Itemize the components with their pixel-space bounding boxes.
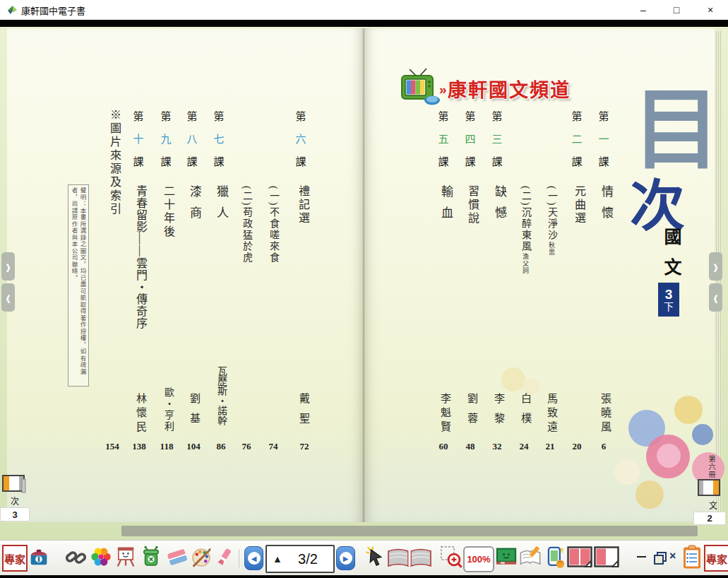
corner-right-page[interactable]: 2 — [693, 512, 726, 525]
lesson-10-header[interactable]: 第十課 — [132, 108, 145, 168]
page-corner-icon-left[interactable] — [2, 475, 26, 493]
banner-label: 康軒國文頻道 — [448, 75, 571, 102]
lesson-5-title[interactable]: 輸血 — [437, 185, 455, 228]
lesson-9-header[interactable]: 第九課 — [160, 108, 172, 168]
flip-prev-left-button[interactable]: ‹ — [1, 283, 15, 312]
lesson-5-page[interactable]: 60 — [439, 441, 448, 452]
lesson-2-sub-2[interactable]: (二)沉醉東風漁父詞 — [518, 186, 532, 274]
lesson-8-title[interactable]: 漆商 — [186, 185, 203, 228]
chalkboard-icon[interactable] — [494, 545, 518, 569]
zoom-icon[interactable] — [439, 545, 463, 569]
expert-mode-button-left[interactable]: 專家 — [2, 545, 28, 572]
maximize-button[interactable]: □ — [667, 1, 686, 18]
toolbar-close-button[interactable]: × — [669, 550, 682, 563]
toolbar-divider — [239, 549, 239, 567]
flip-next-left-button[interactable]: › — [1, 252, 15, 281]
lesson-4-author: 劉蓉 — [465, 393, 479, 432]
lesson-4-title[interactable]: 習慣說 — [464, 185, 481, 225]
lesson-9-title[interactable]: 二十年後 — [160, 185, 177, 239]
lesson-7-page[interactable]: 86 — [217, 441, 226, 452]
lesson-10-author: 林懷民 — [133, 393, 148, 435]
clipboard-icon[interactable] — [682, 545, 702, 570]
page-indicator[interactable]: ▲ 3/2 — [265, 545, 335, 573]
lesson-5-header[interactable]: 第五課 — [437, 108, 450, 168]
corner-left-page[interactable]: 3 — [0, 507, 30, 521]
easel-icon[interactable] — [114, 545, 138, 569]
lesson-1-author: 張曉風 — [598, 393, 613, 435]
lesson-9-page[interactable]: 118 — [160, 441, 174, 452]
zoom-level-box[interactable]: 100% — [463, 546, 494, 572]
lesson-6-sub-2[interactable]: (二)苟政猛於虎 — [239, 186, 253, 263]
page-indicator-value[interactable]: 3/2 — [282, 551, 333, 567]
dual-page-red-icon[interactable] — [567, 546, 592, 569]
lesson-2-sub-1[interactable]: (一)天淨沙秋思 — [544, 186, 559, 256]
flower-icon[interactable] — [89, 545, 113, 569]
bottom-toolbar: 專家 — [0, 540, 728, 576]
lesson-3-title[interactable]: 缺憾 — [491, 185, 508, 228]
flip-prev-right-button[interactable]: ‹ — [709, 283, 722, 312]
lesson-2-page[interactable]: 20 — [573, 441, 582, 452]
volume-badge: 3 下 — [658, 283, 679, 317]
window-titlebar: 康軒國中電子書 – □ × — [0, 0, 728, 20]
toolbox-icon[interactable] — [27, 545, 51, 569]
lesson-4-header[interactable]: 第四課 — [464, 108, 477, 168]
mobile-device-icon[interactable] — [543, 545, 567, 569]
lesson-1-header[interactable]: 第一課 — [597, 108, 610, 168]
lesson-3-author: 李黎 — [491, 393, 506, 432]
eraser-icon[interactable] — [165, 545, 189, 569]
page-corner-icon-right[interactable] — [696, 479, 720, 497]
lesson-3-page[interactable]: 32 — [493, 441, 502, 452]
lesson-7-header[interactable]: 第七課 — [213, 108, 225, 168]
lesson-2-sub-1-author: 馬致遠 — [544, 393, 559, 435]
marker-icon[interactable] — [214, 545, 235, 569]
lesson-1-page[interactable]: 6 — [602, 441, 607, 452]
lesson-6-title[interactable]: 禮記選 — [294, 185, 311, 225]
index-page[interactable]: 154 — [105, 441, 119, 452]
lesson-6-author: 戴聖 — [297, 393, 311, 432]
prev-page-button[interactable]: ◀ — [244, 546, 263, 570]
toolbar-minimize-button[interactable] — [637, 556, 648, 559]
index-title[interactable]: ※圖片來源及索引 — [106, 109, 123, 216]
open-book-icon[interactable] — [386, 546, 434, 572]
lesson-6-sub-2-page[interactable]: 76 — [242, 441, 251, 452]
lesson-8-author: 劉基 — [187, 393, 202, 432]
next-page-button[interactable]: ▶ — [336, 546, 355, 570]
horizontal-scrollbar[interactable] — [121, 526, 698, 536]
lesson-2-header[interactable]: 第二課 — [571, 108, 583, 168]
flip-next-right-button[interactable]: › — [709, 252, 722, 281]
ebook-app: 康軒國中電子書 – □ × — [0, 0, 728, 578]
lesson-2-sub-2-page[interactable]: 24 — [520, 441, 529, 452]
lesson-7-title[interactable]: 獵人 — [213, 185, 230, 228]
expert-mode-button-right[interactable]: 專家 — [704, 545, 728, 572]
lesson-8-header[interactable]: 第八課 — [186, 108, 198, 168]
toolbar-restore-button[interactable] — [654, 552, 667, 565]
lesson-6-page[interactable]: 72 — [300, 441, 309, 452]
copyright-note: 聲明：本書所選錄之圖文，均已盡可能取得著作授權，如有疏漏者，尚請原作者與本公司聯… — [68, 184, 89, 387]
lesson-2-title[interactable]: 元曲選 — [571, 185, 587, 225]
lesson-8-page[interactable]: 104 — [186, 441, 201, 452]
lesson-5-author: 李魁賢 — [438, 393, 453, 435]
palette-icon[interactable] — [189, 545, 213, 569]
window-title: 康軒國中電子書 — [21, 4, 85, 17]
pointer-icon[interactable] — [363, 545, 387, 569]
lesson-1-title[interactable]: 情懷 — [597, 185, 615, 228]
close-button[interactable]: × — [701, 1, 720, 18]
lesson-4-page[interactable]: 48 — [466, 441, 475, 452]
channel-banner[interactable]: » 康軒國文頻道 — [398, 66, 582, 107]
link-icon[interactable] — [65, 545, 88, 569]
notebook-pencil-icon[interactable] — [518, 545, 542, 569]
lesson-6-sub-1[interactable]: (一)不食嗟來食 — [266, 186, 280, 263]
minimize-button[interactable]: – — [634, 1, 652, 18]
lesson-10-page[interactable]: 138 — [132, 441, 146, 452]
lesson-2-sub-1-page[interactable]: 21 — [546, 441, 555, 452]
recycle-robot-icon[interactable] — [139, 545, 163, 569]
lesson-10-title[interactable]: 青春留影——雲門・傳奇序 — [132, 185, 149, 329]
dual-page-half-icon[interactable] — [594, 546, 619, 569]
bottom-edge — [0, 575, 728, 578]
lesson-3-header[interactable]: 第三課 — [491, 108, 503, 168]
lesson-6-header[interactable]: 第六課 — [294, 108, 307, 168]
page-up-icon[interactable]: ▲ — [273, 553, 282, 565]
lesson-9-author: 歐・亨利 — [161, 387, 175, 432]
tv-icon — [398, 68, 442, 106]
lesson-6-sub-1-page[interactable]: 74 — [269, 441, 278, 452]
